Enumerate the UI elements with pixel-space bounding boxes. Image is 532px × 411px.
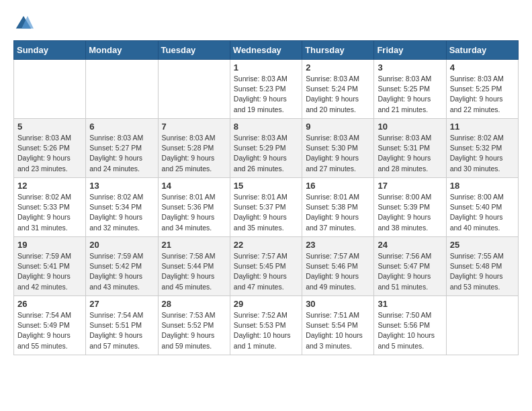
day-cell: 23Sunrise: 7:57 AM Sunset: 5:46 PM Dayli… bbox=[302, 237, 374, 296]
day-cell: 30Sunrise: 7:51 AM Sunset: 5:54 PM Dayli… bbox=[302, 296, 374, 355]
day-cell: 31Sunrise: 7:50 AM Sunset: 5:56 PM Dayli… bbox=[374, 296, 446, 355]
day-cell: 20Sunrise: 7:59 AM Sunset: 5:42 PM Dayli… bbox=[86, 237, 158, 296]
day-info: Sunrise: 7:50 AM Sunset: 5:56 PM Dayligh… bbox=[378, 310, 442, 351]
day-info: Sunrise: 8:03 AM Sunset: 5:24 PM Dayligh… bbox=[306, 74, 370, 115]
day-number: 1 bbox=[234, 62, 298, 73]
day-header-monday: Monday bbox=[86, 41, 158, 60]
day-info: Sunrise: 7:59 AM Sunset: 5:41 PM Dayligh… bbox=[17, 251, 82, 292]
day-info: Sunrise: 8:01 AM Sunset: 5:36 PM Dayligh… bbox=[162, 192, 226, 233]
day-cell: 10Sunrise: 8:03 AM Sunset: 5:31 PM Dayli… bbox=[374, 119, 446, 178]
day-info: Sunrise: 7:51 AM Sunset: 5:54 PM Dayligh… bbox=[306, 310, 370, 351]
day-number: 17 bbox=[378, 181, 442, 191]
day-number: 24 bbox=[378, 240, 442, 250]
day-number: 12 bbox=[17, 181, 82, 191]
day-info: Sunrise: 7:53 AM Sunset: 5:52 PM Dayligh… bbox=[162, 310, 226, 351]
day-cell: 12Sunrise: 8:02 AM Sunset: 5:33 PM Dayli… bbox=[14, 178, 86, 237]
day-cell: 14Sunrise: 8:01 AM Sunset: 5:36 PM Dayli… bbox=[158, 178, 230, 237]
day-cell: 27Sunrise: 7:54 AM Sunset: 5:51 PM Dayli… bbox=[86, 296, 158, 355]
day-cell: 6Sunrise: 8:03 AM Sunset: 5:27 PM Daylig… bbox=[86, 119, 158, 178]
day-info: Sunrise: 7:56 AM Sunset: 5:47 PM Dayligh… bbox=[378, 251, 442, 292]
day-number: 20 bbox=[89, 240, 154, 250]
day-info: Sunrise: 8:01 AM Sunset: 5:38 PM Dayligh… bbox=[306, 192, 370, 233]
day-number: 8 bbox=[234, 122, 298, 132]
day-number: 31 bbox=[378, 299, 442, 309]
calendar-table: SundayMondayTuesdayWednesdayThursdayFrid… bbox=[13, 40, 519, 355]
day-number: 4 bbox=[450, 62, 515, 73]
week-row-3: 12Sunrise: 8:02 AM Sunset: 5:33 PM Dayli… bbox=[14, 178, 519, 237]
day-number: 13 bbox=[89, 181, 154, 191]
day-info: Sunrise: 7:54 AM Sunset: 5:49 PM Dayligh… bbox=[17, 310, 82, 351]
day-header-tuesday: Tuesday bbox=[158, 41, 230, 60]
day-info: Sunrise: 8:02 AM Sunset: 5:33 PM Dayligh… bbox=[17, 192, 82, 233]
day-number: 29 bbox=[234, 299, 298, 309]
day-info: Sunrise: 7:54 AM Sunset: 5:51 PM Dayligh… bbox=[89, 310, 154, 351]
logo-icon bbox=[13, 13, 34, 34]
day-number: 21 bbox=[162, 240, 226, 250]
day-cell: 26Sunrise: 7:54 AM Sunset: 5:49 PM Dayli… bbox=[14, 296, 86, 355]
day-header-thursday: Thursday bbox=[302, 41, 374, 60]
day-number: 10 bbox=[378, 122, 442, 132]
day-info: Sunrise: 8:01 AM Sunset: 5:37 PM Dayligh… bbox=[234, 192, 298, 233]
day-cell: 4Sunrise: 8:03 AM Sunset: 5:25 PM Daylig… bbox=[446, 60, 518, 119]
week-row-4: 19Sunrise: 7:59 AM Sunset: 5:41 PM Dayli… bbox=[14, 237, 519, 296]
day-cell: 18Sunrise: 8:00 AM Sunset: 5:40 PM Dayli… bbox=[446, 178, 518, 237]
day-cell: 8Sunrise: 8:03 AM Sunset: 5:29 PM Daylig… bbox=[230, 119, 302, 178]
day-header-friday: Friday bbox=[374, 41, 446, 60]
header-row: SundayMondayTuesdayWednesdayThursdayFrid… bbox=[14, 41, 519, 60]
day-number: 3 bbox=[378, 62, 442, 73]
day-info: Sunrise: 7:57 AM Sunset: 5:45 PM Dayligh… bbox=[234, 251, 298, 292]
day-cell: 16Sunrise: 8:01 AM Sunset: 5:38 PM Dayli… bbox=[302, 178, 374, 237]
day-info: Sunrise: 8:00 AM Sunset: 5:39 PM Dayligh… bbox=[378, 192, 442, 233]
day-cell: 28Sunrise: 7:53 AM Sunset: 5:52 PM Dayli… bbox=[158, 296, 230, 355]
day-info: Sunrise: 8:00 AM Sunset: 5:40 PM Dayligh… bbox=[450, 192, 515, 233]
day-number: 14 bbox=[162, 181, 226, 191]
day-info: Sunrise: 7:57 AM Sunset: 5:46 PM Dayligh… bbox=[306, 251, 370, 292]
day-number: 9 bbox=[306, 122, 370, 132]
day-cell bbox=[14, 60, 86, 119]
day-cell: 17Sunrise: 8:00 AM Sunset: 5:39 PM Dayli… bbox=[374, 178, 446, 237]
day-number: 25 bbox=[450, 240, 515, 250]
day-number: 26 bbox=[17, 299, 82, 309]
day-cell: 19Sunrise: 7:59 AM Sunset: 5:41 PM Dayli… bbox=[14, 237, 86, 296]
day-cell: 21Sunrise: 7:58 AM Sunset: 5:44 PM Dayli… bbox=[158, 237, 230, 296]
day-number: 30 bbox=[306, 299, 370, 309]
day-cell: 1Sunrise: 8:03 AM Sunset: 5:23 PM Daylig… bbox=[230, 60, 302, 119]
day-info: Sunrise: 8:03 AM Sunset: 5:23 PM Dayligh… bbox=[234, 74, 298, 115]
day-info: Sunrise: 8:03 AM Sunset: 5:25 PM Dayligh… bbox=[450, 74, 515, 115]
day-info: Sunrise: 8:03 AM Sunset: 5:27 PM Dayligh… bbox=[89, 133, 154, 174]
day-cell bbox=[446, 296, 518, 355]
day-number: 22 bbox=[234, 240, 298, 250]
day-info: Sunrise: 7:55 AM Sunset: 5:48 PM Dayligh… bbox=[450, 251, 515, 292]
day-cell: 11Sunrise: 8:02 AM Sunset: 5:32 PM Dayli… bbox=[446, 119, 518, 178]
day-cell: 5Sunrise: 8:03 AM Sunset: 5:26 PM Daylig… bbox=[14, 119, 86, 178]
day-number: 5 bbox=[17, 122, 82, 132]
day-header-wednesday: Wednesday bbox=[230, 41, 302, 60]
day-info: Sunrise: 7:59 AM Sunset: 5:42 PM Dayligh… bbox=[89, 251, 154, 292]
day-info: Sunrise: 8:03 AM Sunset: 5:26 PM Dayligh… bbox=[17, 133, 82, 174]
day-info: Sunrise: 8:02 AM Sunset: 5:32 PM Dayligh… bbox=[450, 133, 515, 174]
day-info: Sunrise: 8:03 AM Sunset: 5:28 PM Dayligh… bbox=[162, 133, 226, 174]
day-info: Sunrise: 7:52 AM Sunset: 5:53 PM Dayligh… bbox=[234, 310, 298, 351]
day-info: Sunrise: 8:03 AM Sunset: 5:29 PM Dayligh… bbox=[234, 133, 298, 174]
day-cell bbox=[158, 60, 230, 119]
day-number: 18 bbox=[450, 181, 515, 191]
logo bbox=[13, 13, 36, 34]
day-cell: 7Sunrise: 8:03 AM Sunset: 5:28 PM Daylig… bbox=[158, 119, 230, 178]
day-number: 23 bbox=[306, 240, 370, 250]
day-info: Sunrise: 8:03 AM Sunset: 5:31 PM Dayligh… bbox=[378, 133, 442, 174]
day-number: 27 bbox=[89, 299, 154, 309]
day-number: 19 bbox=[17, 240, 82, 250]
day-number: 16 bbox=[306, 181, 370, 191]
week-row-1: 1Sunrise: 8:03 AM Sunset: 5:23 PM Daylig… bbox=[14, 60, 519, 119]
day-cell bbox=[86, 60, 158, 119]
day-cell: 22Sunrise: 7:57 AM Sunset: 5:45 PM Dayli… bbox=[230, 237, 302, 296]
day-info: Sunrise: 8:02 AM Sunset: 5:34 PM Dayligh… bbox=[89, 192, 154, 233]
day-number: 6 bbox=[89, 122, 154, 132]
day-header-saturday: Saturday bbox=[446, 41, 518, 60]
day-number: 28 bbox=[162, 299, 226, 309]
day-info: Sunrise: 7:58 AM Sunset: 5:44 PM Dayligh… bbox=[162, 251, 226, 292]
day-number: 7 bbox=[162, 122, 226, 132]
day-header-sunday: Sunday bbox=[14, 41, 86, 60]
week-row-5: 26Sunrise: 7:54 AM Sunset: 5:49 PM Dayli… bbox=[14, 296, 519, 355]
day-number: 15 bbox=[234, 181, 298, 191]
